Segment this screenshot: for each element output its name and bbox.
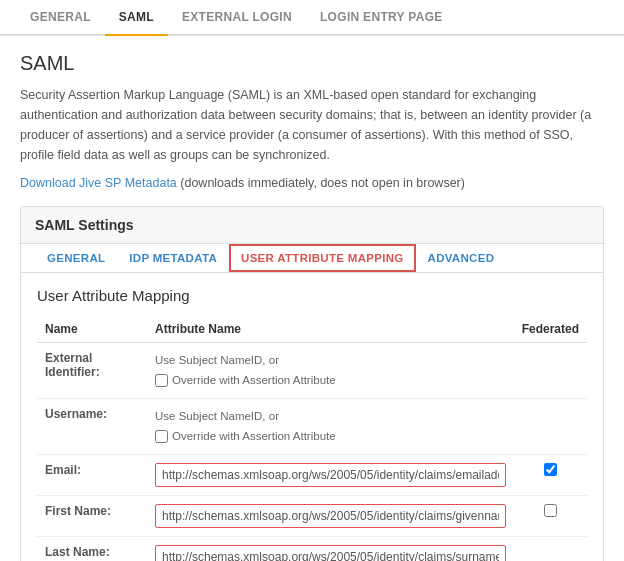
col-header-federated: Federated	[514, 316, 587, 343]
mapping-title: User Attribute Mapping	[37, 287, 587, 304]
tab-saml[interactable]: SAML	[105, 0, 168, 36]
row-email: Email:	[37, 455, 587, 496]
mapping-content: User Attribute Mapping Name Attribute Na…	[21, 273, 603, 561]
use-subject-nameid-1: Use Subject NameID, or	[155, 354, 279, 366]
label-email: Email:	[37, 455, 147, 496]
override-label-username[interactable]: Override with Assertion Attribute	[155, 427, 506, 447]
row-username: Username: Use Subject NameID, or Overrid…	[37, 399, 587, 455]
saml-settings-header: SAML Settings	[21, 207, 603, 244]
row-last-name: Last Name:	[37, 537, 587, 561]
attribute-table: Name Attribute Name Federated ExternalId…	[37, 316, 587, 561]
federated-cell-email	[514, 455, 587, 496]
first-name-input[interactable]	[155, 504, 506, 528]
col-header-name: Name	[37, 316, 147, 343]
federated-checkbox-email[interactable]	[544, 463, 557, 476]
inner-tab-user-attribute-mapping[interactable]: USER ATTRIBUTE MAPPING	[229, 244, 416, 272]
label-external-identifier: ExternalIdentifier:	[37, 343, 147, 399]
row-external-identifier: ExternalIdentifier: Use Subject NameID, …	[37, 343, 587, 399]
inner-tab-general[interactable]: GENERAL	[35, 244, 117, 272]
attr-last-name	[147, 537, 514, 561]
page-content: SAML Security Assertion Markup Language …	[0, 36, 624, 561]
federated-checkbox-first-name[interactable]	[544, 504, 557, 517]
saml-settings-box: SAML Settings GENERAL IDP METADATA USER …	[20, 206, 604, 561]
page-description: Security Assertion Markup Language (SAML…	[20, 85, 604, 165]
attr-external-identifier: Use Subject NameID, or Override with Ass…	[147, 343, 514, 399]
federated-cell-username	[514, 399, 587, 455]
label-username: Username:	[37, 399, 147, 455]
row-first-name: First Name:	[37, 496, 587, 537]
col-header-attribute: Attribute Name	[147, 316, 514, 343]
attr-subtext-external: Use Subject NameID, or Override with Ass…	[155, 351, 506, 390]
override-label-external[interactable]: Override with Assertion Attribute	[155, 371, 506, 391]
attr-email	[147, 455, 514, 496]
tab-general[interactable]: GENERAL	[16, 0, 105, 36]
download-sub-text: (downloads immediately, does not open in…	[177, 176, 465, 190]
label-last-name: Last Name:	[37, 537, 147, 561]
inner-tab-idp-metadata[interactable]: IDP METADATA	[117, 244, 229, 272]
attr-subtext-username: Use Subject NameID, or Override with Ass…	[155, 407, 506, 446]
email-input[interactable]	[155, 463, 506, 487]
tab-login-entry-page[interactable]: LOGIN ENTRY PAGE	[306, 0, 457, 36]
federated-cell-external	[514, 343, 587, 399]
label-first-name: First Name:	[37, 496, 147, 537]
federated-check-first-name	[522, 504, 579, 517]
attr-username: Use Subject NameID, or Override with Ass…	[147, 399, 514, 455]
inner-tab-advanced[interactable]: ADVANCED	[416, 244, 507, 272]
page-title: SAML	[20, 52, 604, 75]
tab-external-login[interactable]: EXTERNAL LOGIN	[168, 0, 306, 36]
federated-check-email	[522, 463, 579, 476]
federated-cell-first-name	[514, 496, 587, 537]
top-navigation: GENERAL SAML EXTERNAL LOGIN LOGIN ENTRY …	[0, 0, 624, 36]
use-subject-nameid-2: Use Subject NameID, or	[155, 410, 279, 422]
inner-tabs: GENERAL IDP METADATA USER ATTRIBUTE MAPP…	[21, 244, 603, 273]
override-checkbox-username[interactable]	[155, 430, 168, 443]
last-name-input[interactable]	[155, 545, 506, 561]
download-section: Download Jive SP Metadata (downloads imm…	[20, 175, 604, 190]
attr-first-name	[147, 496, 514, 537]
download-link[interactable]: Download Jive SP Metadata	[20, 176, 177, 190]
federated-cell-last-name	[514, 537, 587, 561]
override-checkbox-external[interactable]	[155, 374, 168, 387]
